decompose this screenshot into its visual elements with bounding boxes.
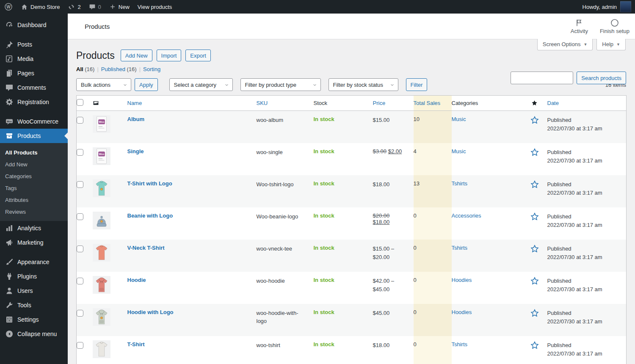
finish-setup-button[interactable]: Finish setup <box>600 19 629 34</box>
featured-star-button[interactable] <box>530 180 539 189</box>
sidebar-item-pages[interactable]: Pages <box>0 66 68 80</box>
views-sorting-link[interactable]: Sorting <box>143 66 160 72</box>
row-checkbox[interactable] <box>77 342 83 349</box>
new-button[interactable]: New <box>109 0 130 14</box>
product-name-link[interactable]: Hoodie <box>127 277 146 283</box>
row-checkbox[interactable] <box>77 213 83 220</box>
sidebar-item-appearance[interactable]: Appearance <box>0 255 68 269</box>
product-thumbnail[interactable] <box>93 340 110 358</box>
howdy-text[interactable]: Howdy, admin <box>583 4 617 10</box>
category-link[interactable]: Tshirts <box>452 180 468 187</box>
category-link[interactable]: Music <box>452 148 466 154</box>
views-published-link[interactable]: Published (16) <box>101 66 137 72</box>
product-name-link[interactable]: Album <box>127 116 144 122</box>
category-link[interactable]: Accessories <box>452 212 481 219</box>
sidebar-item-posts[interactable]: Posts <box>0 37 68 52</box>
submenu-item-attributes[interactable]: Attributes <box>0 194 68 206</box>
sidebar-item-settings[interactable]: Settings <box>0 312 68 327</box>
submenu-item-tags[interactable]: Tags <box>0 182 68 194</box>
search-input[interactable] <box>511 72 573 84</box>
category-link[interactable]: Tshirts <box>452 341 468 347</box>
product-thumbnail[interactable] <box>93 179 110 197</box>
stock-status-select[interactable]: Filter by stock status <box>329 78 398 91</box>
views-all-link[interactable]: All (16) <box>76 66 94 72</box>
row-checkbox[interactable] <box>77 310 83 317</box>
date-info: Published2022/07/30 at 3:17 am <box>547 207 627 240</box>
featured-star-button[interactable] <box>530 341 539 350</box>
product-type-select[interactable]: Filter by product type <box>240 78 321 91</box>
site-name-link[interactable]: Demo Store <box>21 0 60 14</box>
submenu-item-add-new[interactable]: Add New <box>0 158 68 170</box>
activity-button[interactable]: Activity <box>571 19 588 34</box>
updates-button[interactable]: 2 <box>68 0 80 14</box>
publish-date: 2022/07/30 at 3:17 am <box>547 253 627 262</box>
add-new-button[interactable]: Add New <box>121 50 152 61</box>
sidebar-item-registration[interactable]: Registration <box>0 95 68 109</box>
submenu-item-categories[interactable]: Categories <box>0 170 68 182</box>
comments-button[interactable]: 0 <box>89 0 101 14</box>
column-header-total-sales[interactable]: Total Sales <box>414 96 452 111</box>
wordpress-logo-icon[interactable]: W <box>4 0 13 14</box>
filter-button[interactable]: Filter <box>406 78 428 91</box>
sidebar-item-woocommerce[interactable]: WooWooCommerce <box>0 114 68 129</box>
product-row-t-shirt: T-Shirtwoo-tshirtIn stock$18.000TshirtsP… <box>77 336 627 364</box>
category-link[interactable]: Tshirts <box>452 245 468 251</box>
product-name-link[interactable]: T-Shirt with Logo <box>127 180 172 187</box>
apply-button[interactable]: Apply <box>135 78 158 91</box>
featured-star-button[interactable] <box>530 148 539 157</box>
bulk-actions-select[interactable]: Bulk actions <box>76 78 131 91</box>
featured-star-button[interactable] <box>530 212 539 221</box>
category-link[interactable]: Music <box>452 116 466 122</box>
sidebar-item-analytics[interactable]: Analytics <box>0 221 68 235</box>
column-header-price[interactable]: Price <box>373 96 414 111</box>
featured-star-button[interactable] <box>530 116 539 125</box>
category-link[interactable]: Hoodies <box>452 277 472 283</box>
row-checkbox[interactable] <box>77 117 83 124</box>
product-name-link[interactable]: T-Shirt <box>127 341 145 347</box>
sidebar-item-plugins[interactable]: Plugins <box>0 269 68 284</box>
column-header-sku[interactable]: SKU <box>257 96 314 111</box>
date-info: Published2022/07/30 at 3:17 am <box>547 143 627 175</box>
export-button[interactable]: Export <box>185 50 211 61</box>
product-thumbnail[interactable]: Woo <box>93 115 110 133</box>
screen-options-button[interactable]: Screen Options ▼ <box>537 39 593 50</box>
row-checkbox[interactable] <box>77 278 83 284</box>
sidebar-item-users[interactable]: Users <box>0 284 68 298</box>
sidebar-item-media[interactable]: Media <box>0 52 68 66</box>
product-name-link[interactable]: V-Neck T-Shirt <box>127 245 165 251</box>
import-button[interactable]: Import <box>157 50 182 61</box>
view-products-link[interactable]: View products <box>138 0 172 14</box>
sidebar-item-products[interactable]: Products <box>0 129 68 143</box>
row-checkbox[interactable] <box>77 245 83 252</box>
search-button[interactable]: Search products <box>577 72 626 84</box>
product-thumbnail[interactable] <box>93 308 110 326</box>
product-thumbnail[interactable] <box>93 244 110 262</box>
category-link[interactable]: Hoodies <box>452 309 472 315</box>
help-button[interactable]: Help ▼ <box>596 39 626 50</box>
column-header-date[interactable]: Date <box>547 96 627 111</box>
product-thumbnail[interactable] <box>93 212 110 229</box>
row-checkbox[interactable] <box>77 149 83 156</box>
sidebar-item-tools[interactable]: Tools <box>0 298 68 312</box>
featured-star-button[interactable] <box>530 244 539 254</box>
featured-star-button[interactable] <box>530 309 539 318</box>
sidebar-item-dashboard[interactable]: Dashboard <box>0 18 68 32</box>
product-name-link[interactable]: Beanie with Logo <box>127 212 173 219</box>
product-name-link[interactable]: Hoodie with Logo <box>127 309 174 315</box>
column-header-name[interactable]: Name <box>127 96 257 111</box>
featured-star-button[interactable] <box>530 276 539 286</box>
submenu-item-reviews[interactable]: Reviews <box>0 206 68 218</box>
avatar[interactable] <box>620 1 631 12</box>
category-select[interactable]: Select a category <box>169 78 233 91</box>
product-thumbnail[interactable] <box>93 276 110 294</box>
sidebar-item-marketing[interactable]: Marketing <box>0 235 68 250</box>
row-checkbox[interactable] <box>77 181 83 188</box>
submenu-item-all-products[interactable]: All Products <box>0 146 68 158</box>
sidebar-item-collapse-menu[interactable]: Collapse menu <box>0 327 68 341</box>
column-header-featured[interactable] <box>522 96 547 111</box>
product-name-link[interactable]: Single <box>127 148 144 154</box>
select-all-checkbox[interactable] <box>77 99 83 106</box>
star-outline-icon <box>530 309 539 318</box>
sidebar-item-comments[interactable]: Comments <box>0 80 68 95</box>
product-thumbnail[interactable]: Woo <box>93 147 110 165</box>
